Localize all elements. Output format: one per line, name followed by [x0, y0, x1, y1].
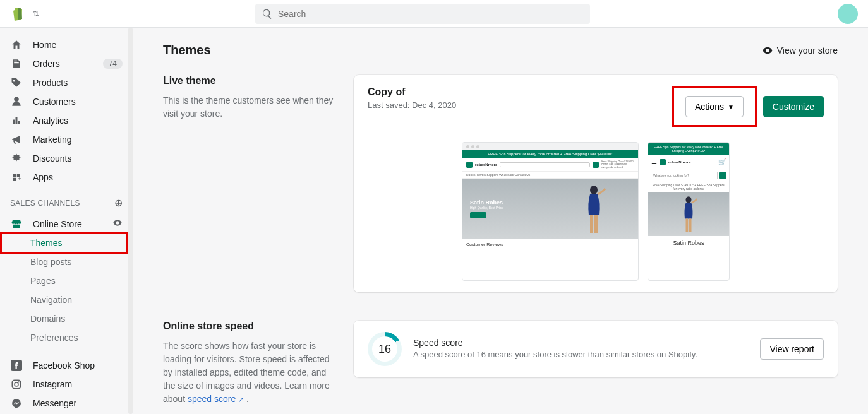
instagram-icon — [10, 379, 23, 390]
speed-gauge: 16 — [368, 332, 402, 366]
sidebar-item-label: Messenger — [33, 398, 76, 408]
highlight-annotation: Actions ▼ — [672, 86, 757, 127]
search-icon — [262, 8, 273, 20]
sidebar-sub-domains[interactable]: Domains — [0, 309, 133, 328]
svg-point-3 — [18, 381, 20, 382]
sidebar-item-facebook-shop[interactable]: Facebook Shop — [0, 356, 133, 375]
customers-icon — [10, 96, 23, 107]
sidebar-sub-pages[interactable]: Pages — [0, 271, 133, 290]
theme-preview-desktop: FREE Spa Slippers for every robe ordered… — [462, 142, 639, 281]
live-theme-heading: Live theme — [163, 75, 334, 86]
sidebar-item-discounts[interactable]: Discounts — [0, 149, 133, 168]
marketing-icon — [10, 134, 23, 145]
search-input[interactable] — [255, 4, 590, 24]
sidebar-item-marketing[interactable]: Marketing — [0, 130, 133, 149]
add-channel-icon[interactable]: ⊕ — [114, 197, 123, 209]
home-icon — [10, 39, 23, 50]
speed-score-link[interactable]: speed score ↗ — [188, 394, 244, 404]
speed-score-desc: A speed score of 16 means your store is … — [413, 349, 697, 360]
sidebar-item-label: Apps — [33, 172, 53, 182]
analytics-icon — [10, 115, 23, 126]
divider — [163, 305, 838, 305]
eye-icon — [762, 45, 773, 56]
chevron-down-icon: ▼ — [728, 104, 734, 110]
sidebar-item-messenger[interactable]: Messenger — [0, 394, 133, 413]
sidebar-item-home[interactable]: Home — [0, 35, 133, 54]
sidebar-item-label: Home — [33, 40, 56, 50]
sidebar-item-analytics[interactable]: Analytics — [0, 111, 133, 130]
topbar: ⇅ — [0, 0, 868, 28]
orders-icon — [10, 58, 23, 69]
sidebar-sub-blog-posts[interactable]: Blog posts — [0, 252, 133, 271]
store-icon — [10, 218, 23, 230]
speed-score-title: Speed score — [413, 338, 697, 348]
theme-preview-mobile: FREE Spa Slippers for every robe ordered… — [648, 142, 730, 281]
apps-icon — [10, 172, 23, 183]
orders-badge: 74 — [103, 59, 123, 69]
theme-name: Copy of — [368, 86, 456, 98]
main-content: Themes View your store Live theme This i… — [133, 28, 868, 414]
svg-rect-5 — [590, 215, 593, 233]
sidebar-item-instagram[interactable]: Instagram — [0, 375, 133, 394]
sidebar-item-label: Instagram — [33, 379, 72, 389]
store-switcher[interactable]: ⇅ — [33, 9, 121, 18]
sidebar-item-label: Marketing — [33, 134, 71, 145]
sales-channels-heading: SALES CHANNELS ⊕ — [0, 187, 133, 214]
sidebar-item-label: Facebook Shop — [33, 360, 95, 370]
shopify-logo — [10, 6, 25, 21]
sidebar-sub-themes[interactable]: Themes — [0, 234, 133, 252]
sidebar: Home Orders 74 Products Customers Analyt… — [0, 28, 133, 414]
svg-rect-8 — [686, 219, 689, 232]
discounts-icon — [10, 153, 23, 164]
sidebar-item-products[interactable]: Products — [0, 73, 133, 92]
svg-point-2 — [15, 382, 18, 386]
speed-score-card: 16 Speed score A speed score of 16 means… — [354, 321, 838, 377]
external-link-icon: ↗ — [238, 396, 244, 403]
sidebar-item-online-store[interactable]: Online Store — [0, 214, 133, 234]
sidebar-sub-preferences[interactable]: Preferences — [0, 328, 133, 347]
sidebar-item-label: Customers — [33, 97, 76, 107]
facebook-icon — [10, 360, 23, 371]
view-report-button[interactable]: View report — [760, 338, 824, 360]
speed-description: The score shows how fast your store is l… — [163, 340, 334, 406]
sidebar-item-orders[interactable]: Orders 74 — [0, 54, 133, 73]
live-theme-description: This is the theme customers see when the… — [163, 94, 334, 121]
page-title: Themes — [163, 43, 211, 57]
svg-point-7 — [686, 196, 692, 203]
svg-rect-1 — [12, 380, 21, 389]
svg-rect-9 — [689, 219, 692, 232]
eye-icon[interactable] — [112, 218, 123, 230]
sidebar-item-label: Products — [33, 78, 68, 88]
view-store-link[interactable]: View your store — [762, 45, 838, 56]
sidebar-item-apps[interactable]: Apps — [0, 168, 133, 187]
avatar[interactable] — [838, 4, 858, 24]
messenger-icon — [10, 398, 23, 409]
sidebar-item-label: Discounts — [33, 153, 71, 163]
customize-button[interactable]: Customize — [763, 96, 824, 117]
theme-last-saved: Last saved: Dec 4, 2020 — [368, 100, 456, 110]
sidebar-item-label: Orders — [33, 59, 60, 69]
speed-heading: Online store speed — [163, 321, 334, 332]
actions-button[interactable]: Actions ▼ — [685, 96, 744, 117]
products-icon — [10, 77, 23, 88]
live-theme-card: Copy of Last saved: Dec 4, 2020 Actions … — [354, 75, 838, 292]
svg-point-4 — [590, 186, 598, 194]
sidebar-item-customers[interactable]: Customers — [0, 92, 133, 111]
svg-rect-6 — [594, 215, 598, 233]
sidebar-item-label: Online Store — [33, 219, 82, 229]
sidebar-item-label: Analytics — [33, 115, 68, 126]
updown-icon: ⇅ — [33, 9, 39, 18]
sidebar-sub-navigation[interactable]: Navigation — [0, 290, 133, 309]
